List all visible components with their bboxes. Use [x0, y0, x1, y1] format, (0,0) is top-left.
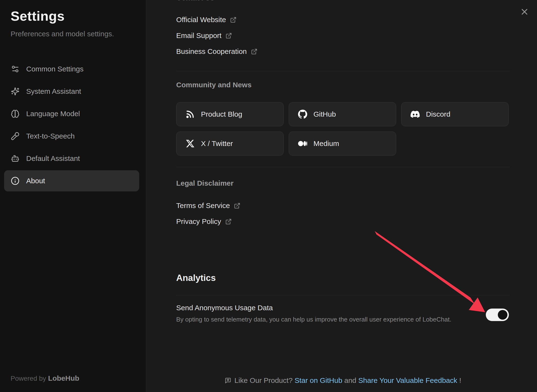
powered-by: Powered byLobeHub [11, 374, 79, 382]
sidebar-item-system-assistant[interactable]: System Assistant [4, 81, 139, 102]
send-usage-data-description: By opting to send telemetry data, you ca… [176, 316, 451, 323]
settings-modal: Settings Preferences and model settings.… [0, 0, 537, 392]
page-title: Settings [11, 8, 65, 24]
link-label: Email Support [176, 32, 221, 40]
link-label: Privacy Policy [176, 217, 221, 226]
github-icon [298, 110, 307, 119]
divider [176, 167, 510, 167]
discord-button[interactable]: Discord [401, 102, 509, 126]
sidebar-item-about[interactable]: About [4, 170, 139, 191]
link-label: Terms of Service [176, 202, 230, 210]
analytics-header: Analytics [176, 273, 216, 283]
sidebar-item-default-assistant[interactable]: Default Assistant [4, 148, 139, 169]
sidebar-item-common-settings[interactable]: Common Settings [4, 58, 139, 80]
sidebar-item-label: About [26, 177, 45, 185]
brain-icon [11, 109, 19, 118]
share-feedback-link[interactable]: Share Your Valuable Feedback [358, 376, 457, 385]
sparkles-icon [11, 87, 19, 96]
send-usage-data-label: Send Anonymous Usage Data [176, 303, 273, 312]
privacy-policy-link[interactable]: Privacy Policy [176, 217, 232, 226]
discord-icon [411, 110, 420, 119]
star-on-github-link[interactable]: Star on GitHub [294, 376, 342, 385]
link-label: Business Cooperation [176, 47, 247, 56]
button-label: Product Blog [201, 110, 242, 118]
business-cooperation-link[interactable]: Business Cooperation [176, 47, 257, 56]
footer-prefix: Like Our Product? [234, 376, 293, 385]
divider [176, 71, 510, 71]
sidebar-item-label: Default Assistant [26, 154, 80, 163]
settings-sidebar: Settings Preferences and model settings.… [0, 0, 146, 392]
footer-suffix: ! [459, 376, 461, 385]
feedback-footer: Like Our Product? Star on GitHub and Sha… [176, 375, 510, 386]
official-website-link[interactable]: Official Website [176, 15, 237, 24]
send-usage-data-toggle[interactable] [486, 309, 509, 321]
github-button[interactable]: GitHub [289, 102, 396, 126]
page-subtitle: Preferences and model settings. [11, 30, 114, 38]
link-label: Official Website [176, 16, 226, 24]
external-link-icon [225, 218, 232, 225]
x-twitter-button[interactable]: X / Twitter [176, 132, 284, 156]
divider [176, 295, 510, 295]
close-button[interactable] [519, 6, 530, 17]
contact-us-header: Contact Us [176, 0, 214, 1]
close-icon [520, 7, 529, 17]
external-link-icon [230, 17, 237, 23]
button-label: GitHub [313, 110, 336, 118]
sliders-icon [11, 65, 19, 73]
product-blog-button[interactable]: Product Blog [176, 102, 284, 126]
terms-of-service-link[interactable]: Terms of Service [176, 201, 240, 210]
info-icon [11, 177, 19, 185]
sidebar-item-text-to-speech[interactable]: Text-to-Speech [4, 126, 139, 147]
rss-icon [186, 110, 195, 119]
bot-icon [11, 154, 19, 163]
external-link-icon [251, 48, 257, 55]
community-header: Community and News [176, 81, 251, 89]
powered-by-text: Powered by [11, 375, 46, 382]
about-content: Contact Us Official Website Email Suppor… [176, 0, 510, 392]
external-link-icon [225, 32, 232, 39]
medium-icon [298, 139, 307, 148]
sidebar-item-label: Text-to-Speech [26, 132, 75, 140]
button-label: Medium [313, 139, 339, 148]
x-logo-icon [186, 139, 195, 148]
legal-header: Legal Disclaimer [176, 179, 233, 188]
sidebar-nav: Common Settings System Assistant Languag… [4, 58, 139, 193]
external-link-icon [234, 202, 240, 209]
about-panel: Contact Us Official Website Email Suppor… [146, 0, 537, 392]
medium-button[interactable]: Medium [289, 132, 396, 156]
lobehub-brand: LobeHub [48, 374, 79, 382]
sidebar-item-label: Common Settings [26, 65, 83, 73]
message-heart-icon [225, 377, 231, 384]
sidebar-item-label: Language Model [26, 110, 80, 118]
button-label: Discord [426, 110, 450, 118]
toggle-knob [498, 310, 507, 320]
button-label: X / Twitter [201, 139, 233, 148]
email-support-link[interactable]: Email Support [176, 31, 232, 40]
sidebar-item-language-model[interactable]: Language Model [4, 103, 139, 124]
sidebar-item-label: System Assistant [26, 87, 81, 95]
microphone-icon [11, 132, 19, 140]
footer-conjunction: and [344, 376, 356, 385]
